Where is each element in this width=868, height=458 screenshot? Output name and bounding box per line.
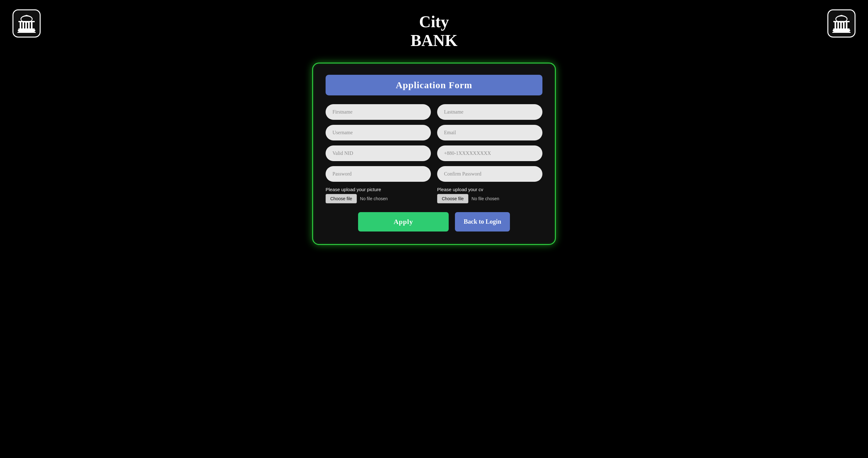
cv-upload-label: Please upload your cv xyxy=(437,187,542,192)
header-city: City xyxy=(410,12,458,31)
svg-rect-6 xyxy=(19,21,35,22)
username-input[interactable] xyxy=(326,125,431,140)
logo-right xyxy=(827,9,856,37)
svg-rect-5 xyxy=(31,22,32,28)
name-row xyxy=(326,104,542,120)
firstname-input[interactable] xyxy=(326,104,431,120)
svg-rect-15 xyxy=(843,22,844,28)
confirm-password-input[interactable] xyxy=(437,166,542,182)
svg-rect-21 xyxy=(832,32,850,33)
bank-logo-left xyxy=(12,9,41,37)
bank-building-icon-left xyxy=(15,12,38,35)
svg-rect-8 xyxy=(18,30,35,31)
cv-choose-file-btn[interactable]: Choose file xyxy=(437,194,468,203)
apply-button[interactable]: Apply xyxy=(358,212,449,231)
svg-rect-13 xyxy=(837,22,839,28)
picture-upload-group: Please upload your picture Choose file N… xyxy=(326,187,431,203)
svg-rect-12 xyxy=(835,22,836,28)
bank-logo-right xyxy=(827,9,856,37)
header-bank: BANK xyxy=(410,31,458,50)
cv-upload-group: Please upload your cv Choose file No fil… xyxy=(437,187,542,203)
svg-rect-4 xyxy=(28,22,30,28)
application-form-container: Application Form Please upload your pict… xyxy=(312,63,556,245)
header: City BANK xyxy=(6,6,862,59)
svg-rect-10 xyxy=(18,32,36,33)
svg-rect-19 xyxy=(833,30,850,31)
logo-left xyxy=(12,9,41,37)
back-to-login-button[interactable]: Back to Login xyxy=(455,212,510,231)
upload-section: Please upload your picture Choose file N… xyxy=(326,187,542,203)
svg-rect-3 xyxy=(25,22,27,28)
svg-rect-1 xyxy=(20,22,21,28)
svg-rect-7 xyxy=(19,28,35,30)
form-title: Application Form xyxy=(326,75,542,95)
cv-upload-row: Choose file No file chosen xyxy=(437,194,542,203)
nid-phone-row xyxy=(326,145,542,161)
username-email-row xyxy=(326,125,542,140)
picture-upload-label: Please upload your picture xyxy=(326,187,431,192)
lastname-input[interactable] xyxy=(437,104,542,120)
password-row xyxy=(326,166,542,182)
email-input[interactable] xyxy=(437,125,542,140)
picture-choose-file-btn[interactable]: Choose file xyxy=(326,194,357,203)
cv-no-file-text: No file chosen xyxy=(471,196,499,201)
svg-rect-14 xyxy=(840,22,842,28)
svg-rect-17 xyxy=(833,21,849,22)
svg-rect-20 xyxy=(833,31,849,32)
header-title: City BANK xyxy=(410,12,458,50)
bank-building-icon-right xyxy=(830,12,853,35)
password-input[interactable] xyxy=(326,166,431,182)
svg-rect-9 xyxy=(19,31,35,32)
svg-rect-18 xyxy=(833,28,849,30)
picture-no-file-text: No file chosen xyxy=(360,196,388,201)
buttons-row: Apply Back to Login xyxy=(326,212,542,231)
phone-input[interactable] xyxy=(437,145,542,161)
nid-input[interactable] xyxy=(326,145,431,161)
picture-upload-row: Choose file No file chosen xyxy=(326,194,431,203)
svg-rect-16 xyxy=(846,22,847,28)
svg-rect-2 xyxy=(23,22,24,28)
